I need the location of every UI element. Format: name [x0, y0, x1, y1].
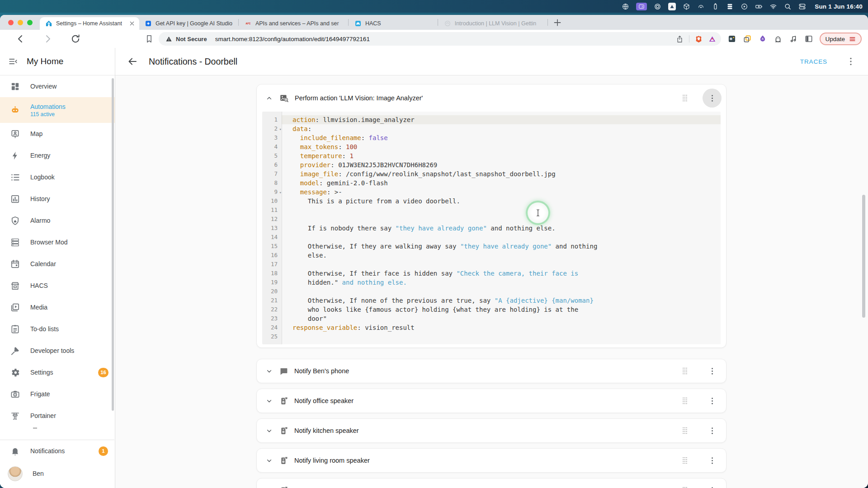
drag-handle-icon[interactable] [680, 426, 689, 435]
page-scrollbar[interactable] [862, 195, 865, 318]
forward-button[interactable] [42, 33, 53, 44]
ext-outline-icon[interactable] [774, 34, 783, 43]
new-tab-button[interactable] [552, 17, 563, 28]
network-icon[interactable] [622, 3, 629, 10]
expand-chevron-icon[interactable] [265, 427, 273, 435]
close-window-button[interactable] [8, 20, 14, 25]
sidebar-item-to-do-lists[interactable]: To-do lists [0, 318, 115, 340]
back-button[interactable] [15, 33, 26, 44]
drag-handle-icon[interactable] [680, 396, 689, 405]
home-assistant-app: My Home Overview Automations115 active M… [0, 48, 868, 488]
item-label: Developer tools [30, 347, 74, 354]
expand-chevron-icon[interactable] [265, 397, 273, 405]
sidebar-item-developer-tools[interactable]: Developer tools [0, 340, 115, 361]
sidebar-item-alarmo[interactable]: Alarmo [0, 210, 115, 231]
expand-chevron-icon[interactable] [265, 457, 273, 465]
sidebar-item-notifications[interactable]: Notifications 1 [0, 440, 114, 462]
header-kebab-icon[interactable] [845, 56, 856, 67]
sidebar-item-frigate[interactable]: Frigate [0, 383, 115, 405]
yaml-editor[interactable]: 1 action: llmvision.image_analyzer 2▾ da… [262, 112, 721, 344]
sidebar-item-logbook[interactable]: Logbook [0, 166, 115, 188]
zoom-window-button[interactable] [27, 20, 33, 25]
browser-tab-0[interactable]: Settings – Home Assistant [40, 17, 139, 30]
browser-tab-2[interactable]: API APIs and services – APIs and ser [239, 17, 348, 30]
code-line: 12 [262, 215, 721, 224]
tab-divider [547, 19, 548, 26]
collapse-chevron-icon[interactable] [265, 94, 273, 102]
search-icon[interactable] [784, 3, 792, 10]
bat-rewards-icon[interactable] [708, 35, 717, 43]
address-bar[interactable]: Not Secure smart.home:8123/config/automa… [159, 32, 721, 46]
browser-tab-1[interactable]: Get API key | Google AI Studio [139, 17, 238, 30]
item-label: Logbook [30, 174, 55, 181]
security-label[interactable]: Not Secure [176, 36, 207, 42]
cube-icon[interactable] [683, 3, 690, 10]
drag-handle-icon[interactable] [680, 94, 689, 103]
notify-card-partial [256, 478, 726, 488]
sidebar-item-history[interactable]: History [0, 188, 115, 210]
brave-shield-icon[interactable] [694, 35, 703, 43]
url-text[interactable]: smart.home:8123/config/automation/edit/1… [215, 36, 671, 42]
back-arrow-icon[interactable] [127, 56, 138, 67]
minimize-window-button[interactable] [18, 20, 23, 25]
reload-button[interactable] [70, 33, 81, 44]
overview-icon [10, 81, 20, 92]
speaker-icon [279, 486, 288, 488]
sidebar-item-calendar[interactable]: Calendar [0, 253, 115, 275]
ext-purple-icon[interactable] [758, 34, 767, 43]
sidebar-item-portainer[interactable]: Portainer [0, 405, 115, 427]
notify-card-menu-button[interactable] [703, 391, 722, 410]
magsafe-icon[interactable] [697, 3, 705, 10]
settings-icon [10, 367, 20, 378]
menubar-clock[interactable]: Sun 1 Jun 16:40 [815, 3, 863, 10]
wifi-icon[interactable] [769, 3, 777, 10]
update-browser-button[interactable]: Update [820, 33, 862, 45]
line-number: 19 [262, 278, 282, 287]
stack-icon[interactable] [726, 3, 734, 10]
traces-link[interactable]: TRACES [800, 58, 827, 65]
item-label: Calendar [30, 260, 56, 267]
sidebar-item-overview[interactable]: Overview [0, 75, 115, 97]
notify-card-menu-button[interactable] [703, 451, 722, 470]
code-line: 18 Otherwise, If their face is hidden sa… [262, 269, 721, 278]
sidebar-toggle-icon[interactable] [8, 56, 18, 66]
sidebar-item-user[interactable]: Ben [0, 462, 114, 485]
sidebar-item-media[interactable]: Media [0, 296, 115, 318]
drag-handle-icon[interactable] [680, 366, 689, 375]
notify-card-menu-button[interactable] [703, 481, 722, 488]
sidebar-item-map[interactable]: Map [0, 123, 115, 145]
ext-dark-icon[interactable] [727, 34, 736, 43]
sidebar-item-energy[interactable]: Energy [0, 145, 115, 166]
expand-chevron-icon[interactable] [265, 487, 273, 488]
close-tab-icon[interactable] [128, 20, 136, 27]
screen-share-icon[interactable] [636, 3, 647, 10]
tab-strip: Settings – Home Assistant Get API key | … [0, 15, 868, 30]
drag-handle-icon[interactable] [680, 456, 689, 465]
battery-charging-icon[interactable] [755, 3, 763, 10]
share-icon[interactable] [675, 35, 684, 43]
ext-music-icon[interactable] [789, 34, 798, 43]
notify-card-menu-button[interactable] [703, 421, 722, 440]
expand-chevron-icon[interactable] [265, 367, 273, 375]
sidebar-item-hacs[interactable]: HACS [0, 275, 115, 296]
drag-handle-icon[interactable] [680, 486, 689, 488]
play-circle-icon[interactable] [741, 3, 748, 10]
battery-case-icon[interactable] [712, 3, 719, 10]
sidebar-item-automations[interactable]: Automations115 active [0, 97, 115, 123]
control-center-icon[interactable] [798, 3, 806, 10]
browser-tab-3[interactable]: HACS [349, 17, 387, 30]
bookmark-icon[interactable] [144, 34, 154, 44]
notify-card-menu-button[interactable] [703, 361, 722, 380]
ext-copy-icon[interactable] [743, 34, 752, 43]
browser-tab-4[interactable]: Introduction | LLM Vision | Gettin [439, 17, 547, 30]
sidebar-item-browser-mod[interactable]: Browser Mod [0, 231, 115, 253]
sidebar-item-settings[interactable]: Settings 16 [0, 361, 115, 383]
action-card-menu-button[interactable] [703, 89, 722, 108]
code-line: 24 response_variable: vision_result [262, 323, 721, 332]
line-number: 23 [262, 314, 282, 323]
ext-sidebar-icon[interactable] [804, 34, 813, 43]
automation-content: Perform action 'LLM Vision: Image Analyz… [115, 75, 868, 488]
focus-icon[interactable] [654, 3, 661, 10]
triangle-app-icon[interactable] [668, 3, 676, 10]
sidebar-scrollbar[interactable] [112, 78, 114, 411]
